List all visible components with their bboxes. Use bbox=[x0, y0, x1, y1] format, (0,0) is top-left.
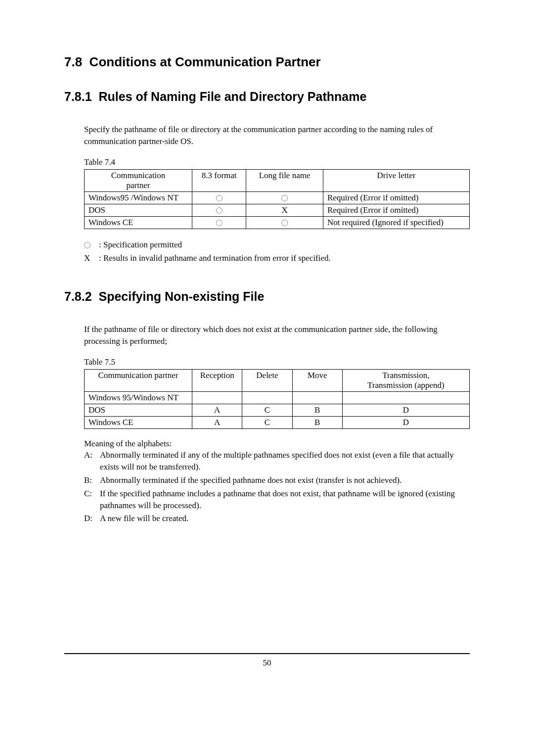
meaning-row: B: Abnormally terminated if the specifie… bbox=[84, 474, 470, 486]
col-header-partner: Communication partner bbox=[85, 369, 192, 391]
meanings-block: Meaning of the alphabets: A: Abnormally … bbox=[84, 438, 470, 525]
meaning-text: A new file will be created. bbox=[100, 513, 188, 524]
meaning-text: Abnormally terminated if any of the mult… bbox=[100, 449, 470, 473]
table-nonexisting-file: Communication partner Reception Delete M… bbox=[84, 369, 470, 429]
table-row: Windows CE Not required (Ignored if spec… bbox=[85, 216, 470, 229]
cell-partner: DOS bbox=[85, 404, 192, 416]
circle-icon bbox=[216, 207, 222, 214]
cell-reception bbox=[192, 391, 242, 404]
col-header-partner: Communication partner bbox=[85, 169, 192, 191]
legend-block: : Specification permitted X : Results in… bbox=[84, 238, 470, 265]
meaning-text: Abnormally terminated if the specified p… bbox=[100, 474, 401, 486]
page-footer: 50 bbox=[64, 653, 470, 668]
subsection-title: Specifying Non-existing File bbox=[99, 289, 265, 303]
cell-move bbox=[292, 391, 342, 404]
cell-partner: Windows95 /Windows NT bbox=[85, 191, 192, 204]
meaning-label: C: bbox=[84, 488, 100, 512]
cell-reception: A bbox=[192, 416, 242, 428]
meaning-text: If the specified pathname includes a pat… bbox=[100, 488, 470, 512]
col-header-move: Move bbox=[292, 369, 342, 391]
meanings-title: Meaning of the alphabets: bbox=[84, 438, 470, 450]
subsection-title: Rules of Naming File and Directory Pathn… bbox=[99, 90, 367, 103]
circle-icon bbox=[281, 220, 288, 226]
circle-icon bbox=[84, 242, 90, 248]
cell-drive: Required (Error if omitted) bbox=[323, 204, 469, 216]
circle-icon bbox=[216, 220, 222, 226]
cell-format bbox=[192, 204, 246, 216]
cell-delete bbox=[242, 391, 292, 404]
subsection-heading-2: 7.8.2 Specifying Non-existing File bbox=[64, 289, 470, 304]
section-heading: 7.8 Conditions at Communication Partner bbox=[64, 54, 470, 70]
page-number: 50 bbox=[263, 658, 271, 667]
subsection-heading-1: 7.8.1 Rules of Naming File and Directory… bbox=[64, 90, 470, 104]
cell-drive: Required (Error if omitted) bbox=[323, 191, 469, 204]
cell-trans: D bbox=[342, 416, 469, 428]
legend-text: : Specification permitted bbox=[99, 238, 182, 251]
cell-move: B bbox=[292, 416, 342, 428]
table-header-row: Communication partner 8.3 format Long fi… bbox=[85, 169, 470, 191]
meaning-label: B: bbox=[84, 474, 100, 486]
meaning-row: A: Abnormally terminated if any of the m… bbox=[84, 449, 470, 473]
cell-partner: Windows CE bbox=[85, 216, 192, 229]
cell-longname bbox=[246, 191, 323, 204]
cell-trans: D bbox=[342, 404, 469, 416]
col-header-transmission: Transmission, Transmission (append) bbox=[342, 369, 469, 391]
cell-partner: Windows 95/Windows NT bbox=[85, 391, 192, 404]
meaning-row: C: If the specified pathname includes a … bbox=[84, 488, 470, 512]
cell-drive: Not required (Ignored if specified) bbox=[323, 216, 469, 229]
cell-trans bbox=[342, 391, 469, 404]
col-header-reception: Reception bbox=[192, 369, 242, 391]
cell-format bbox=[192, 216, 246, 229]
legend-symbol bbox=[84, 238, 99, 251]
table-row: Windows95 /Windows NT Required (Error if… bbox=[85, 191, 470, 204]
table-row: DOS X Required (Error if omitted) bbox=[85, 204, 470, 216]
legend-row-x: X : Results in invalid pathname and term… bbox=[84, 251, 470, 265]
table-row: Windows CE A C B D bbox=[85, 416, 470, 428]
table-caption-1: Table 7.4 bbox=[84, 157, 470, 167]
col-header-drive: Drive letter bbox=[323, 169, 469, 191]
col-header-format: 8.3 format bbox=[192, 169, 246, 191]
table-row: DOS A C B D bbox=[85, 404, 470, 416]
cell-partner: Windows CE bbox=[85, 416, 192, 428]
intro-paragraph-2: If the pathname of file or directory whi… bbox=[84, 324, 470, 347]
cell-move: B bbox=[292, 404, 342, 416]
cell-longname bbox=[246, 216, 323, 229]
section-number: 7.8 bbox=[64, 54, 82, 69]
subsection-number: 7.8.1 bbox=[64, 90, 92, 103]
table-naming-rules: Communication partner 8.3 format Long fi… bbox=[84, 169, 470, 229]
table-header-row: Communication partner Reception Delete M… bbox=[85, 369, 470, 391]
cell-delete: C bbox=[242, 416, 292, 428]
cell-format bbox=[192, 191, 246, 204]
col-header-delete: Delete bbox=[242, 369, 292, 391]
cell-reception: A bbox=[192, 404, 242, 416]
intro-paragraph-1: Specify the pathname of file or director… bbox=[84, 124, 470, 147]
meaning-row: D: A new file will be created. bbox=[84, 513, 470, 524]
legend-text: : Results in invalid pathname and termin… bbox=[99, 251, 331, 265]
cell-delete: C bbox=[242, 404, 292, 416]
table-row: Windows 95/Windows NT bbox=[85, 391, 470, 404]
table-caption-2: Table 7.5 bbox=[84, 357, 470, 367]
legend-row-circle: : Specification permitted bbox=[84, 238, 470, 251]
section-title: Conditions at Communication Partner bbox=[89, 54, 321, 69]
cell-longname: X bbox=[246, 204, 323, 216]
cell-partner: DOS bbox=[85, 204, 192, 216]
meaning-label: A: bbox=[84, 449, 100, 473]
col-header-longname: Long file name bbox=[246, 169, 323, 191]
meaning-label: D: bbox=[84, 513, 100, 524]
circle-icon bbox=[216, 195, 222, 201]
circle-icon bbox=[281, 195, 288, 201]
subsection-number: 7.8.2 bbox=[64, 289, 92, 303]
legend-symbol: X bbox=[84, 251, 99, 265]
